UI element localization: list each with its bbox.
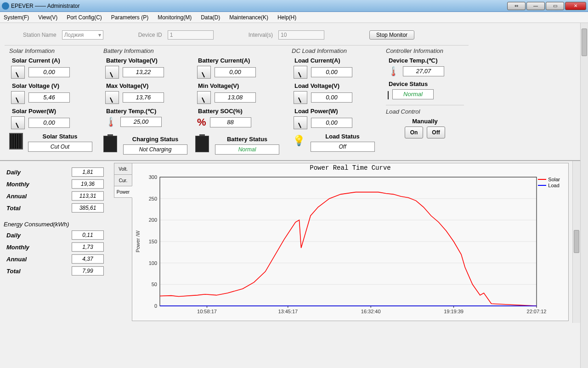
solar-power-label: Solar Power(W) xyxy=(9,108,96,115)
station-name-select[interactable]: Лоджия ▾ xyxy=(62,30,103,40)
window-close-button[interactable]: ✕ xyxy=(565,2,586,10)
battery-soc-value: 88 xyxy=(210,117,251,127)
menu-maintenance[interactable]: Maintenance(K) xyxy=(229,14,268,21)
solar-panel-icon xyxy=(9,133,23,150)
charging-status-label: Charging Status xyxy=(120,136,191,143)
device-status-value: Normal xyxy=(392,89,434,99)
svg-text:Power /W: Power /W xyxy=(135,230,141,253)
controller-panel: Controller Information Device Temp.(℃)🌡️… xyxy=(381,45,469,158)
tab-volt[interactable]: Volt. xyxy=(114,163,132,175)
interval-input[interactable] xyxy=(278,30,324,40)
menu-parameters[interactable]: Parameters (P) xyxy=(111,14,148,21)
load-current-label: Load Current(A) xyxy=(292,57,379,64)
dcload-panel-title: DC Load Information xyxy=(292,47,377,54)
battery-minv-label: Min Voltage(V) xyxy=(195,82,283,89)
menu-system[interactable]: System(F) xyxy=(4,14,29,21)
gen-total-value: 385,61 xyxy=(72,203,104,213)
window-expand-button[interactable]: ⇔ xyxy=(507,2,526,10)
menu-port-config[interactable]: Port Config(C) xyxy=(67,14,102,21)
percent-icon: % xyxy=(197,116,206,128)
battery-voltage-value: 13,22 xyxy=(123,67,164,77)
window-titlebar: EPEVER —— Administrator ⇔ — ▭ ✕ xyxy=(0,0,588,12)
menu-data[interactable]: Data(D) xyxy=(201,14,220,21)
gauge-icon xyxy=(11,66,25,79)
con-daily-value: 0,11 xyxy=(72,230,104,240)
device-temp-label: Device Temp.(℃) xyxy=(386,57,473,64)
window-title: EPEVER —— Administrator xyxy=(11,3,79,9)
chevron-down-icon: ▾ xyxy=(98,32,101,38)
battery-icon xyxy=(195,136,209,152)
gauge-icon xyxy=(197,66,211,79)
energy-sidebar: Daily1,81 Monthly19,36 Annual113,31 Tota… xyxy=(0,161,110,323)
window-minimize-button[interactable]: — xyxy=(526,2,545,10)
load-control-title: Load Control xyxy=(386,108,464,115)
menu-view[interactable]: View(V) xyxy=(38,14,57,21)
load-off-button[interactable]: Off xyxy=(427,126,445,138)
svg-text:0: 0 xyxy=(154,303,157,309)
gauge-icon xyxy=(105,91,119,104)
svg-text:200: 200 xyxy=(149,217,157,223)
battery-soc-label: Battery SOC(%) xyxy=(195,108,283,115)
device-status-label: Device Status xyxy=(386,80,473,87)
battery-maxv-value: 13,76 xyxy=(123,92,164,103)
battery-icon xyxy=(103,136,117,152)
svg-text:300: 300 xyxy=(149,174,157,180)
solar-voltage-value: 5,46 xyxy=(28,92,70,103)
legend-load-label: Load xyxy=(548,183,559,188)
gauge-icon xyxy=(197,91,211,104)
battery-panel: Battery Information Battery Voltage(V)13… xyxy=(99,45,287,158)
gen-annual-label: Annual xyxy=(6,193,27,200)
svg-text:10:58:17: 10:58:17 xyxy=(197,309,217,314)
con-annual-label: Annual xyxy=(6,256,27,263)
tab-cur[interactable]: Cur. xyxy=(114,174,132,186)
con-monthly-value: 1,73 xyxy=(72,242,104,252)
main-scrollbar[interactable] xyxy=(580,23,588,368)
load-status-label: Load Status xyxy=(308,133,377,140)
controller-icon xyxy=(388,91,389,99)
con-annual-value: 4,37 xyxy=(72,254,104,264)
battery-panel-title: Battery Information xyxy=(103,47,283,54)
menu-monitoring[interactable]: Monitoring(M) xyxy=(158,14,192,21)
solar-power-metric: Solar Power(W) 0,00 xyxy=(9,108,96,129)
scrollbar-thumb[interactable] xyxy=(574,230,579,253)
svg-text:150: 150 xyxy=(149,239,157,244)
gauge-icon xyxy=(294,116,307,129)
load-on-button[interactable]: On xyxy=(405,126,423,138)
device-temp-value: 27,07 xyxy=(403,66,444,76)
solar-current-metric: Solar Current (A) 0,00 xyxy=(9,57,96,79)
solar-panel: Solar Information Solar Current (A) 0,00… xyxy=(5,45,99,158)
bulb-icon xyxy=(292,133,305,150)
svg-text:16:32:40: 16:32:40 xyxy=(361,309,381,314)
solar-status-label: Solar Status xyxy=(26,133,94,140)
solar-voltage-label: Solar Voltage (V) xyxy=(9,82,96,89)
con-daily-label: Daily xyxy=(6,232,21,239)
load-power-label: Load Power(W) xyxy=(292,108,379,115)
gauge-icon xyxy=(105,66,119,79)
solar-current-label: Solar Current (A) xyxy=(9,57,96,64)
stop-monitor-button[interactable]: Stop Monitor xyxy=(369,30,414,40)
gauge-icon xyxy=(294,91,307,104)
solar-panel-title: Solar Information xyxy=(9,47,94,54)
svg-text:19:19:39: 19:19:39 xyxy=(444,309,464,314)
thermometer-icon: 🌡️ xyxy=(105,116,117,127)
scrollbar-thumb[interactable] xyxy=(582,29,587,56)
chart-tabs: Volt. Cur. Power xyxy=(114,163,132,321)
svg-text:50: 50 xyxy=(152,282,157,287)
load-status-value: Off xyxy=(311,142,375,152)
lower-scrollbar[interactable] xyxy=(572,161,580,323)
station-name-label: Station Name xyxy=(23,32,57,38)
battery-status-value: Normal xyxy=(215,144,279,155)
device-id-input[interactable] xyxy=(168,30,214,40)
chart-box: Power Real Time Curve 050100150200250300… xyxy=(132,163,569,321)
power-chart: 05010015020025030010:58:1713:45:1716:32:… xyxy=(132,172,564,320)
battery-minv-value: 13,08 xyxy=(215,92,256,103)
menu-help[interactable]: Help(H) xyxy=(277,14,296,21)
interval-label: Interval(s) xyxy=(249,32,273,38)
energy-consumed-title: Energy Consumed(kWh) xyxy=(4,221,104,228)
gen-annual-value: 113,31 xyxy=(72,191,104,201)
load-current-value: 0,00 xyxy=(311,67,352,77)
tab-power[interactable]: Power xyxy=(114,186,132,198)
svg-text:13:45:17: 13:45:17 xyxy=(278,309,298,314)
svg-text:100: 100 xyxy=(149,260,157,266)
window-maximize-button[interactable]: ▭ xyxy=(546,2,564,10)
